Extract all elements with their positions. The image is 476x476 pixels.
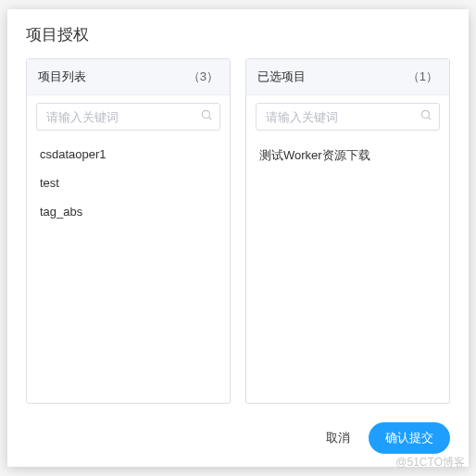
selected-panel: 已选项目 （1） 测试Worker资源下载 xyxy=(245,58,450,404)
selected-search-input[interactable] xyxy=(256,103,440,131)
project-auth-modal: 项目授权 项目列表 （3） csdataoper1 test tag_abs xyxy=(7,9,469,467)
available-panel-header: 项目列表 （3） xyxy=(27,59,230,95)
cancel-button[interactable]: 取消 xyxy=(320,422,356,454)
available-list: csdataoper1 test tag_abs xyxy=(27,136,230,403)
modal-footer: 取消 确认提交 xyxy=(7,411,469,467)
list-item[interactable]: test xyxy=(27,169,230,197)
available-panel-title: 项目列表 xyxy=(38,69,86,85)
available-search-wrap xyxy=(27,95,230,136)
modal-title: 项目授权 xyxy=(7,9,469,58)
selected-panel-count: （1） xyxy=(407,69,438,85)
selected-panel-title: 已选项目 xyxy=(257,69,306,85)
confirm-button[interactable]: 确认提交 xyxy=(369,422,450,454)
modal-body: 项目列表 （3） csdataoper1 test tag_abs 已选项目 xyxy=(7,58,469,411)
list-item[interactable]: tag_abs xyxy=(27,197,230,226)
available-panel: 项目列表 （3） csdataoper1 test tag_abs xyxy=(26,58,231,404)
selected-panel-header: 已选项目 （1） xyxy=(246,59,449,95)
available-panel-count: （3） xyxy=(188,69,219,85)
selected-list: 测试Worker资源下载 xyxy=(246,136,449,403)
selected-search-wrap xyxy=(246,95,449,136)
list-item[interactable]: csdataoper1 xyxy=(27,140,230,169)
available-search-input[interactable] xyxy=(36,103,220,131)
list-item[interactable]: 测试Worker资源下载 xyxy=(246,140,449,171)
